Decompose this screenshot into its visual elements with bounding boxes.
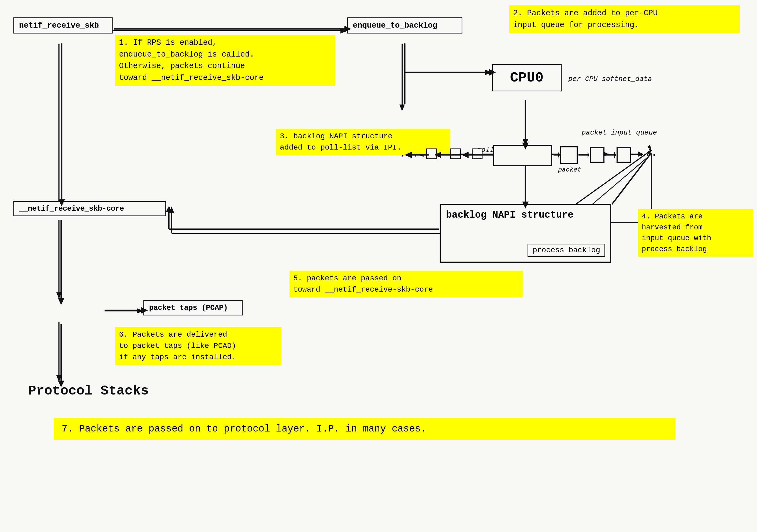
note1-text: 1. If RPS is enabled, enqueue_to_backlog… <box>119 38 264 82</box>
note4-text: 4. Packets are harvested from input queu… <box>642 213 711 253</box>
dots-left: ··· <box>399 150 419 162</box>
svg-marker-46 <box>462 152 469 158</box>
svg-marker-52 <box>558 152 560 158</box>
svg-marker-65 <box>58 298 64 305</box>
packet-taps-label: packet taps (PCAP) <box>149 304 227 312</box>
netif-receive-skb-label: netif_receive_skb <box>19 21 99 30</box>
note3: 3. backlog NAPI structure added to poll-… <box>276 129 450 156</box>
svg-marker-63 <box>166 206 172 212</box>
svg-marker-5 <box>399 104 405 111</box>
note2: 2. Packets are added to per-CPU input qu… <box>509 5 740 33</box>
note4: 4. Packets are harvested from input queu… <box>638 209 753 257</box>
per-cpu-softnet-label: per CPU softnet_data <box>568 75 652 83</box>
svg-marker-54 <box>588 152 589 158</box>
queue-box-3 <box>472 148 482 159</box>
queue-box-1 <box>426 148 437 159</box>
netif-receive-skb-box: netif_receive_skb <box>14 17 112 34</box>
note7: 7. Packets are passed on to protocol lay… <box>54 418 676 440</box>
queue-box-r3 <box>617 147 631 163</box>
center-queue-box <box>493 145 552 166</box>
svg-marker-32 <box>137 308 143 313</box>
note1: 1. If RPS is enabled, enqueue_to_backlog… <box>115 35 335 86</box>
queue-box-2 <box>450 148 461 159</box>
packet-taps-box: packet taps (PCAP) <box>143 300 243 315</box>
svg-marker-7 <box>485 70 492 75</box>
note6: 6. Packets are delivered to packet taps … <box>115 327 282 365</box>
svg-marker-30 <box>56 375 62 382</box>
process-backlog-box: process_backlog <box>528 244 605 257</box>
note3-text: 3. backlog NAPI structure added to poll-… <box>280 132 402 152</box>
enqueue-to-backlog-label: enqueue_to_backlog <box>353 21 437 30</box>
packet-input-queue-label: packet input queue <box>582 129 657 137</box>
backlog-napi-box: backlog NAPI structure process_backlog <box>439 204 611 263</box>
svg-marker-28 <box>56 292 62 299</box>
note5: 5. packets are passed on toward __netif_… <box>289 271 523 298</box>
note2-text: 2. Packets are added to per-CPU input qu… <box>513 9 658 29</box>
packet-label: packet <box>558 166 581 173</box>
note5-text: 5. packets are passed on toward __netif_… <box>293 274 433 294</box>
diagram-container: netif_receive_skb enqueue_to_backlog 1. … <box>0 0 757 532</box>
dots-right: ··· <box>638 149 657 161</box>
cpu0-box: CPU0 <box>492 64 561 91</box>
svg-marker-1 <box>341 28 347 34</box>
packet-box-right <box>560 146 578 164</box>
cpu0-label: CPU0 <box>510 70 544 86</box>
note6-text: 6. Packets are delivered to packet taps … <box>119 331 236 361</box>
netif-receive-skb-core-label: __netif_receive_skb-core <box>19 204 124 213</box>
svg-marker-26 <box>169 206 174 213</box>
backlog-napi-label: backlog NAPI structure <box>446 210 573 221</box>
netif-receive-skb-core-box: __netif_receive_skb-core <box>14 201 166 216</box>
queue-box-r2 <box>590 147 604 163</box>
protocol-stacks-label: Protocol Stacks <box>28 383 149 399</box>
svg-marker-56 <box>614 152 616 158</box>
process-backlog-label: process_backlog <box>532 246 600 254</box>
enqueue-to-backlog-box: enqueue_to_backlog <box>347 17 462 34</box>
note7-text: 7. Packets are passed on to protocol lay… <box>62 424 427 434</box>
